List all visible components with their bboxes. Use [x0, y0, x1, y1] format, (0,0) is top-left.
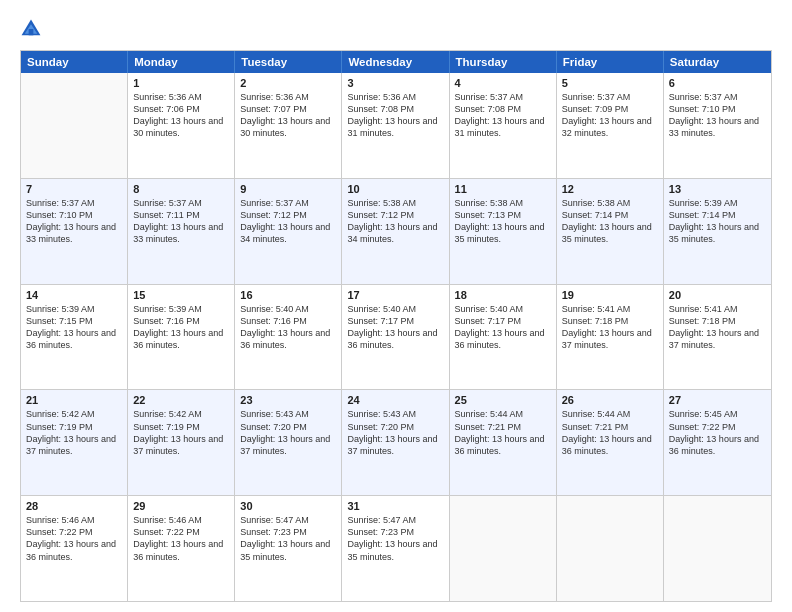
cal-cell: 5Sunrise: 5:37 AMSunset: 7:09 PMDaylight…	[557, 73, 664, 178]
cell-info: Sunrise: 5:40 AMSunset: 7:17 PMDaylight:…	[347, 303, 443, 352]
cell-info: Sunrise: 5:39 AMSunset: 7:14 PMDaylight:…	[669, 197, 766, 246]
day-number: 1	[133, 77, 229, 89]
day-number: 2	[240, 77, 336, 89]
cell-info: Sunrise: 5:46 AMSunset: 7:22 PMDaylight:…	[26, 514, 122, 563]
cal-week-5: 28Sunrise: 5:46 AMSunset: 7:22 PMDayligh…	[21, 496, 771, 601]
cal-cell	[557, 496, 664, 601]
cal-cell: 13Sunrise: 5:39 AMSunset: 7:14 PMDayligh…	[664, 179, 771, 284]
day-number: 15	[133, 289, 229, 301]
cal-cell: 14Sunrise: 5:39 AMSunset: 7:15 PMDayligh…	[21, 285, 128, 390]
calendar-body: 1Sunrise: 5:36 AMSunset: 7:06 PMDaylight…	[21, 73, 771, 601]
day-number: 6	[669, 77, 766, 89]
cal-cell: 17Sunrise: 5:40 AMSunset: 7:17 PMDayligh…	[342, 285, 449, 390]
calendar: SundayMondayTuesdayWednesdayThursdayFrid…	[20, 50, 772, 602]
cal-cell: 18Sunrise: 5:40 AMSunset: 7:17 PMDayligh…	[450, 285, 557, 390]
cell-info: Sunrise: 5:37 AMSunset: 7:10 PMDaylight:…	[26, 197, 122, 246]
cal-cell: 29Sunrise: 5:46 AMSunset: 7:22 PMDayligh…	[128, 496, 235, 601]
cal-cell: 25Sunrise: 5:44 AMSunset: 7:21 PMDayligh…	[450, 390, 557, 495]
cal-cell: 23Sunrise: 5:43 AMSunset: 7:20 PMDayligh…	[235, 390, 342, 495]
cal-cell: 27Sunrise: 5:45 AMSunset: 7:22 PMDayligh…	[664, 390, 771, 495]
cell-info: Sunrise: 5:37 AMSunset: 7:08 PMDaylight:…	[455, 91, 551, 140]
cal-cell: 11Sunrise: 5:38 AMSunset: 7:13 PMDayligh…	[450, 179, 557, 284]
cell-info: Sunrise: 5:36 AMSunset: 7:06 PMDaylight:…	[133, 91, 229, 140]
day-number: 5	[562, 77, 658, 89]
cal-cell: 19Sunrise: 5:41 AMSunset: 7:18 PMDayligh…	[557, 285, 664, 390]
cell-info: Sunrise: 5:46 AMSunset: 7:22 PMDaylight:…	[133, 514, 229, 563]
cal-cell: 9Sunrise: 5:37 AMSunset: 7:12 PMDaylight…	[235, 179, 342, 284]
day-number: 14	[26, 289, 122, 301]
cal-cell	[664, 496, 771, 601]
page: SundayMondayTuesdayWednesdayThursdayFrid…	[0, 0, 792, 612]
cell-info: Sunrise: 5:41 AMSunset: 7:18 PMDaylight:…	[562, 303, 658, 352]
day-number: 26	[562, 394, 658, 406]
day-number: 10	[347, 183, 443, 195]
cell-info: Sunrise: 5:36 AMSunset: 7:08 PMDaylight:…	[347, 91, 443, 140]
cal-cell: 7Sunrise: 5:37 AMSunset: 7:10 PMDaylight…	[21, 179, 128, 284]
cal-cell: 26Sunrise: 5:44 AMSunset: 7:21 PMDayligh…	[557, 390, 664, 495]
cal-header-saturday: Saturday	[664, 51, 771, 73]
cal-cell	[21, 73, 128, 178]
cell-info: Sunrise: 5:37 AMSunset: 7:10 PMDaylight:…	[669, 91, 766, 140]
cal-cell: 1Sunrise: 5:36 AMSunset: 7:06 PMDaylight…	[128, 73, 235, 178]
cal-cell: 16Sunrise: 5:40 AMSunset: 7:16 PMDayligh…	[235, 285, 342, 390]
cal-header-monday: Monday	[128, 51, 235, 73]
cell-info: Sunrise: 5:38 AMSunset: 7:12 PMDaylight:…	[347, 197, 443, 246]
cell-info: Sunrise: 5:47 AMSunset: 7:23 PMDaylight:…	[240, 514, 336, 563]
cell-info: Sunrise: 5:37 AMSunset: 7:11 PMDaylight:…	[133, 197, 229, 246]
cal-cell: 22Sunrise: 5:42 AMSunset: 7:19 PMDayligh…	[128, 390, 235, 495]
cal-header-sunday: Sunday	[21, 51, 128, 73]
cell-info: Sunrise: 5:45 AMSunset: 7:22 PMDaylight:…	[669, 408, 766, 457]
day-number: 7	[26, 183, 122, 195]
day-number: 8	[133, 183, 229, 195]
cell-info: Sunrise: 5:42 AMSunset: 7:19 PMDaylight:…	[26, 408, 122, 457]
day-number: 29	[133, 500, 229, 512]
cell-info: Sunrise: 5:39 AMSunset: 7:16 PMDaylight:…	[133, 303, 229, 352]
cal-header-thursday: Thursday	[450, 51, 557, 73]
day-number: 18	[455, 289, 551, 301]
day-number: 9	[240, 183, 336, 195]
day-number: 12	[562, 183, 658, 195]
cal-cell: 31Sunrise: 5:47 AMSunset: 7:23 PMDayligh…	[342, 496, 449, 601]
day-number: 22	[133, 394, 229, 406]
day-number: 24	[347, 394, 443, 406]
cal-cell: 3Sunrise: 5:36 AMSunset: 7:08 PMDaylight…	[342, 73, 449, 178]
day-number: 21	[26, 394, 122, 406]
cal-week-2: 7Sunrise: 5:37 AMSunset: 7:10 PMDaylight…	[21, 179, 771, 285]
cal-cell: 4Sunrise: 5:37 AMSunset: 7:08 PMDaylight…	[450, 73, 557, 178]
day-number: 25	[455, 394, 551, 406]
cell-info: Sunrise: 5:44 AMSunset: 7:21 PMDaylight:…	[562, 408, 658, 457]
day-number: 27	[669, 394, 766, 406]
cal-header-wednesday: Wednesday	[342, 51, 449, 73]
day-number: 4	[455, 77, 551, 89]
cell-info: Sunrise: 5:44 AMSunset: 7:21 PMDaylight:…	[455, 408, 551, 457]
day-number: 20	[669, 289, 766, 301]
day-number: 13	[669, 183, 766, 195]
cal-cell: 10Sunrise: 5:38 AMSunset: 7:12 PMDayligh…	[342, 179, 449, 284]
cell-info: Sunrise: 5:42 AMSunset: 7:19 PMDaylight:…	[133, 408, 229, 457]
cell-info: Sunrise: 5:38 AMSunset: 7:13 PMDaylight:…	[455, 197, 551, 246]
day-number: 28	[26, 500, 122, 512]
day-number: 11	[455, 183, 551, 195]
day-number: 23	[240, 394, 336, 406]
cal-header-tuesday: Tuesday	[235, 51, 342, 73]
cal-cell: 6Sunrise: 5:37 AMSunset: 7:10 PMDaylight…	[664, 73, 771, 178]
day-number: 19	[562, 289, 658, 301]
day-number: 30	[240, 500, 336, 512]
cell-info: Sunrise: 5:39 AMSunset: 7:15 PMDaylight:…	[26, 303, 122, 352]
cell-info: Sunrise: 5:38 AMSunset: 7:14 PMDaylight:…	[562, 197, 658, 246]
header	[20, 18, 772, 40]
cell-info: Sunrise: 5:36 AMSunset: 7:07 PMDaylight:…	[240, 91, 336, 140]
cell-info: Sunrise: 5:43 AMSunset: 7:20 PMDaylight:…	[240, 408, 336, 457]
calendar-header-row: SundayMondayTuesdayWednesdayThursdayFrid…	[21, 51, 771, 73]
day-number: 16	[240, 289, 336, 301]
cal-cell: 30Sunrise: 5:47 AMSunset: 7:23 PMDayligh…	[235, 496, 342, 601]
day-number: 31	[347, 500, 443, 512]
cal-cell: 21Sunrise: 5:42 AMSunset: 7:19 PMDayligh…	[21, 390, 128, 495]
cal-cell: 24Sunrise: 5:43 AMSunset: 7:20 PMDayligh…	[342, 390, 449, 495]
cell-info: Sunrise: 5:47 AMSunset: 7:23 PMDaylight:…	[347, 514, 443, 563]
cell-info: Sunrise: 5:40 AMSunset: 7:17 PMDaylight:…	[455, 303, 551, 352]
cal-cell: 12Sunrise: 5:38 AMSunset: 7:14 PMDayligh…	[557, 179, 664, 284]
logo-icon	[20, 18, 42, 40]
day-number: 3	[347, 77, 443, 89]
cell-info: Sunrise: 5:37 AMSunset: 7:12 PMDaylight:…	[240, 197, 336, 246]
